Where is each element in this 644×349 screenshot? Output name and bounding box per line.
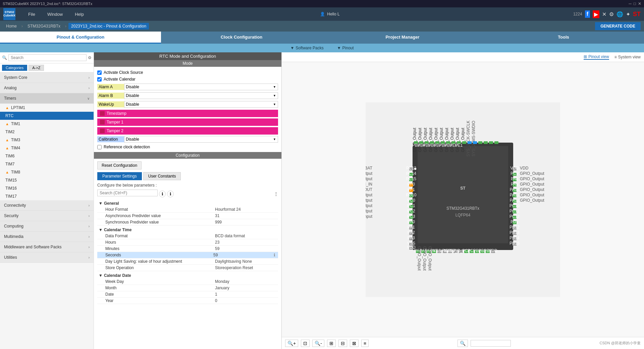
search-chip-button[interactable]: 🔍 <box>458 340 468 347</box>
param-label: Week Day <box>100 279 215 284</box>
options-icon[interactable]: ⋮ <box>274 192 278 196</box>
sidebar-item-tim1[interactable]: ▲TIM1 <box>0 120 94 128</box>
row-info-icon[interactable]: ℹ <box>274 253 275 257</box>
param-group-header[interactable]: ▼ General <box>97 200 278 206</box>
info-button-2[interactable]: ℹ <box>167 191 174 197</box>
svg-rect-29 <box>473 141 477 144</box>
tab-tools[interactable]: Tools <box>483 32 644 44</box>
reset-config-button[interactable]: Reset Configuration <box>97 161 142 169</box>
svg-text:VDD: VDD <box>520 166 529 170</box>
layout-button[interactable]: ⊠ <box>350 340 359 347</box>
activate-calendar-checkbox[interactable] <box>97 77 102 82</box>
svg-text:GPIO_Output: GPIO_Output <box>434 127 438 152</box>
svg-text:GPIO_Output: GPIO_Output <box>520 193 544 197</box>
feature-tamper1[interactable]: Tamper 1 <box>97 118 278 126</box>
param-search-input[interactable] <box>97 190 158 196</box>
expand-button[interactable]: ⊞ <box>327 340 336 347</box>
info-button-1[interactable]: ℹ <box>159 191 166 197</box>
sidebar-item-tim6[interactable]: TIM6 <box>0 152 94 160</box>
sidebar-item-tim17[interactable]: TIM17 <box>0 192 94 200</box>
chip-tab-system[interactable]: ≡ System view <box>614 54 641 60</box>
activate-clock-checkbox[interactable] <box>97 70 102 75</box>
st-icon[interactable]: ST <box>633 11 641 18</box>
sidebar-item-tim7[interactable]: TIM7 <box>0 160 94 168</box>
subtab-software-packs[interactable]: ▼ Software Packs <box>290 46 323 50</box>
param-tab-user-constants[interactable]: User Constants <box>143 172 181 180</box>
feature-timestamp[interactable]: Timestamp <box>97 110 278 117</box>
list-button[interactable]: ≡ <box>361 340 369 347</box>
sidebar-tab-categories[interactable]: Categories <box>2 65 27 71</box>
alarm-b-select[interactable]: Disable <box>124 92 278 99</box>
sidebar-group-timers-header[interactable]: Timers ∨ <box>0 93 94 104</box>
param-value: 23 <box>215 240 275 245</box>
zoom-out-button[interactable]: 🔍- <box>312 340 324 347</box>
sidebar-group-system-core-header[interactable]: System Core › <box>0 72 94 83</box>
twitter-icon[interactable]: ✕ <box>602 11 606 17</box>
sidebar-group-analog-header[interactable]: Analog › <box>0 83 94 93</box>
chip-svg: ST STM32G431RBTx LQFP64 GPIO_Output GPIO… <box>366 102 560 297</box>
breadcrumb-mcu[interactable]: STM32G431RBTx <box>25 23 63 30</box>
tamper1-label: Tamper 1 <box>107 120 123 124</box>
param-label: Store Operation <box>100 265 215 270</box>
calibration-select[interactable]: Disable <box>124 136 278 143</box>
param-label: Year <box>100 298 215 303</box>
zoom-in-button[interactable]: 🔍+ <box>285 340 298 347</box>
maximize-btn[interactable]: □ <box>634 1 636 6</box>
reference-clock-checkbox[interactable] <box>97 145 102 149</box>
fit-view-button[interactable]: ⊡ <box>301 340 310 347</box>
breadcrumb-project[interactable]: 2023Y13_2nd.ioc - Pinout & Configuration <box>68 23 149 30</box>
sidebar-item-tim15[interactable]: TIM15 <box>0 176 94 184</box>
breadcrumb-home[interactable]: Home <box>3 23 19 30</box>
tab-pinout[interactable]: Pinout & Configuration <box>0 32 161 44</box>
chip-search-input[interactable] <box>471 340 511 347</box>
github-icon[interactable]: ⚙ <box>609 11 614 17</box>
sidebar-group-multimedia-header[interactable]: Multimedia › <box>0 232 94 242</box>
sidebar-item-lptim1[interactable]: ▲LPTIM1 <box>0 104 94 112</box>
sidebar: 🔍 ⚙ Categories A->Z System Core › Analog… <box>0 52 94 349</box>
param-group-header[interactable]: ▼ Calendar Date <box>97 272 278 279</box>
sidebar-item-tim4[interactable]: ▲TIM4 <box>0 144 94 152</box>
param-search-row: ℹ ℹ ⋮ <box>97 190 278 198</box>
sidebar-group-security-header[interactable]: Security › <box>0 211 94 221</box>
sidebar-tab-az[interactable]: A->Z <box>29 65 44 71</box>
param-group-header[interactable]: ▼ Calendar Time <box>97 227 278 233</box>
sidebar-item-tim16[interactable]: TIM16 <box>0 184 94 192</box>
youtube-icon[interactable]: ▶ <box>593 10 599 18</box>
svg-text:PB12: PB12 <box>509 225 520 230</box>
activate-clock-row: Activate Clock Source <box>97 70 278 75</box>
warning-icon: ▲ <box>5 170 9 174</box>
sidebar-item-tim8[interactable]: ▲TIM8 <box>0 168 94 176</box>
tab-project[interactable]: Project Manager <box>322 32 483 44</box>
sidebar-group-connectivity-header[interactable]: Connectivity › <box>0 200 94 211</box>
svg-text:GPIO_Output: GPIO_Output <box>455 127 460 152</box>
menu-help[interactable]: Help <box>72 10 87 18</box>
window-controls[interactable]: ─ □ ✕ <box>629 1 641 6</box>
gear-icon[interactable]: ⚙ <box>88 55 92 60</box>
svg-text:GPIO_Output: GPIO_Output <box>366 177 373 181</box>
param-tab-settings[interactable]: Parameter Settings <box>97 172 142 180</box>
sidebar-item-tim3[interactable]: ▲TIM3 <box>0 136 94 144</box>
collapse-button[interactable]: ⊟ <box>338 340 347 347</box>
subtab-pinout[interactable]: ▼ Pinout <box>337 46 354 50</box>
close-btn[interactable]: ✕ <box>638 1 641 6</box>
sidebar-group-computing-header[interactable]: Computing › <box>0 221 94 232</box>
alarm-a-select[interactable]: Disable <box>124 84 278 90</box>
search-input[interactable] <box>8 54 87 61</box>
sidebar-group-utilities-header[interactable]: Utilities › <box>0 252 94 263</box>
minimize-btn[interactable]: ─ <box>629 1 632 6</box>
star-icon[interactable]: ✦ <box>626 11 630 17</box>
chip-tab-pinout[interactable]: ⊞ Pinout view <box>584 54 609 60</box>
feature-tamper2[interactable]: Tamper 2 <box>97 127 278 135</box>
menu-file[interactable]: File <box>25 10 38 18</box>
sidebar-item-tim2[interactable]: TIM2 <box>0 128 94 136</box>
globe-icon[interactable]: 🌐 <box>616 11 623 17</box>
param-row: Hours23 <box>97 239 278 246</box>
facebook-icon[interactable]: f <box>585 10 590 18</box>
sidebar-item-rtc[interactable]: RTC <box>0 112 94 120</box>
tab-clock[interactable]: Clock Configuration <box>161 32 322 44</box>
wakeup-select[interactable]: Disable <box>124 101 278 108</box>
logo-text: STM32CubeMX <box>3 11 15 17</box>
menu-window[interactable]: Window <box>45 10 65 18</box>
sidebar-group-middleware-header[interactable]: Middleware and Software Packs › <box>0 242 94 252</box>
generate-code-button[interactable]: GENERATE CODE <box>595 22 641 30</box>
